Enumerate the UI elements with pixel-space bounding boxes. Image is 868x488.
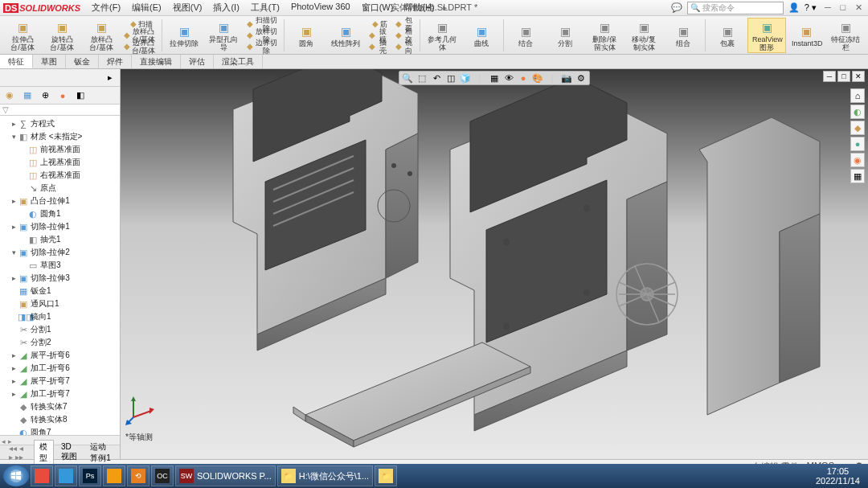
taskbar-item[interactable]: 📁H:\微信公众号\1... <box>277 465 373 486</box>
prev-view-icon[interactable]: ↶ <box>431 72 442 84</box>
ribbon-button[interactable]: ▣放样凸台/基体 <box>82 18 121 53</box>
taskbar-item[interactable] <box>103 465 125 486</box>
taskbar-item[interactable]: ⟲ <box>127 465 149 486</box>
render-icon[interactable]: 📷 <box>561 72 572 84</box>
ribbon-button-small[interactable]: ◆抽壳 <box>366 41 391 52</box>
vp-tool4-icon[interactable]: ▦ <box>850 169 865 183</box>
tree-item[interactable]: ▸▣切除-拉伸1 <box>0 220 120 233</box>
tree-item[interactable]: ◨◨镜向1 <box>0 310 120 323</box>
search-input[interactable]: 🔍搜索命令 <box>687 2 784 14</box>
tree-item[interactable]: ▦钣金1 <box>0 285 120 297</box>
balloon-icon[interactable]: 💬 <box>671 2 682 13</box>
tree-item[interactable]: ◐圆角1 <box>0 207 120 220</box>
vp-close-button[interactable]: ✕ <box>852 71 865 82</box>
appearance-icon2[interactable]: ● <box>518 72 529 84</box>
display-style-icon[interactable]: ▦ <box>489 72 500 84</box>
ribbon-button[interactable]: ▣Instant3D <box>787 18 825 53</box>
vp-face-icon[interactable]: ◐ <box>850 105 865 119</box>
prop-icon[interactable]: ⊕ <box>39 89 51 102</box>
menu-item[interactable]: 视图(V) <box>168 0 207 15</box>
view-triad[interactable] <box>125 393 158 425</box>
ribbon-button[interactable]: ▣参考几何体 <box>423 18 461 53</box>
vp-home-icon[interactable]: ⌂ <box>850 88 865 103</box>
ribbon-button[interactable]: ▣移动/复制实体 <box>624 18 663 53</box>
start-button[interactable] <box>3 465 29 486</box>
ribbon-button[interactable]: ▣圆角 <box>287 18 326 53</box>
ribbon-tab[interactable]: 直接编辑 <box>132 55 181 68</box>
tree-item[interactable]: ▸◢加工-折弯7 <box>0 388 120 400</box>
help-icon[interactable]: ? ▾ <box>805 2 817 13</box>
ribbon-tab[interactable]: 渲染工具 <box>214 55 263 68</box>
taskbar-item[interactable] <box>31 465 53 486</box>
orient-icon[interactable]: 🧊 <box>460 72 471 84</box>
tree-item[interactable]: ▸◢加工-折弯6 <box>0 362 120 375</box>
config-icon[interactable]: ▦ <box>21 89 34 102</box>
tree-item[interactable]: ▸◢展平-折弯6 <box>0 349 120 362</box>
model-tab[interactable]: 模型 <box>34 440 54 465</box>
ribbon-button[interactable]: ▣分割 <box>546 18 584 53</box>
menu-item[interactable]: 编辑(E) <box>127 0 166 15</box>
model-tab[interactable]: 3D 视图 <box>55 441 83 464</box>
ribbon-tab[interactable]: 草图 <box>33 55 66 68</box>
vp-tool1-icon[interactable]: ◆ <box>850 121 865 135</box>
display-icon[interactable]: ◧ <box>74 89 87 102</box>
panel-pin-icon[interactable]: ▸ <box>104 72 117 84</box>
ribbon-button[interactable]: ▣删除/保留实体 <box>585 18 624 53</box>
tree-item[interactable]: ◫前视基准面 <box>0 143 120 156</box>
tree-item[interactable]: ✂分割2 <box>0 336 120 349</box>
ribbon-button[interactable]: ▣线性阵列 <box>326 18 365 53</box>
ribbon-button-small[interactable]: ◆镜向 <box>392 41 418 52</box>
tree-item[interactable]: ◆转换实体7 <box>0 400 120 413</box>
tree-item[interactable]: ▾◧材质 <未指定> <box>0 130 120 143</box>
model-tab[interactable]: 运动算例1 <box>84 440 117 465</box>
ribbon-button[interactable]: ▣包裹 <box>708 18 747 53</box>
maximize-button[interactable]: □ <box>837 2 850 12</box>
user-icon[interactable]: 👤 <box>788 2 800 13</box>
menu-item[interactable]: 文件(F) <box>87 0 125 15</box>
ribbon-tab[interactable]: 钣金 <box>66 55 99 68</box>
filter-icon[interactable]: ▽ <box>2 105 9 114</box>
vp-maximize-button[interactable]: □ <box>837 71 850 82</box>
ribbon-button-small[interactable]: ◆边界凸台/基体 <box>121 41 159 52</box>
ribbon-button[interactable]: ▣拉伸凸台/基体 <box>3 18 42 53</box>
ribbon-button[interactable]: ▣拉伸切除 <box>165 18 203 53</box>
ribbon-tab[interactable]: 评估 <box>181 55 214 68</box>
tree-item[interactable]: ▣通风口1 <box>0 297 120 310</box>
minimize-button[interactable]: ─ <box>821 2 834 12</box>
tree-item[interactable]: ▸▣凸台-拉伸1 <box>0 195 120 207</box>
tree-item[interactable]: ◆转换实体8 <box>0 413 120 426</box>
tree-item[interactable]: ✂分割1 <box>0 323 120 336</box>
tree-item[interactable]: ▭草图3 <box>0 259 120 272</box>
feature-tree[interactable]: ▸∑方程式▾◧材质 <未指定>◫前视基准面◫上视基准面◫右视基准面↘原点▸▣凸台… <box>0 116 120 435</box>
tree-item[interactable]: ↘原点 <box>0 182 120 195</box>
vp-tool2-icon[interactable]: ● <box>850 137 865 151</box>
ribbon-button[interactable]: ▣异型孔向导 <box>204 18 243 53</box>
zoom-area-icon[interactable]: ⬚ <box>416 72 428 84</box>
taskbar-item[interactable]: Ps <box>79 465 101 486</box>
vp-tool3-icon[interactable]: ◉ <box>850 153 865 167</box>
tree-item[interactable]: ◧抽壳1 <box>0 233 120 246</box>
ribbon-button[interactable]: ▣RealView 图形 <box>747 18 786 53</box>
tree-item[interactable]: ◫右视基准面 <box>0 169 120 182</box>
tree-item[interactable]: ▾▣切除-拉伸2 <box>0 246 120 259</box>
menu-item[interactable]: 工具(T) <box>246 0 285 15</box>
scene-icon[interactable]: 🎨 <box>532 72 543 84</box>
tree-item[interactable]: ▸◢展平-折弯7 <box>0 375 120 388</box>
taskbar-item[interactable] <box>55 465 77 486</box>
hide-show-icon[interactable]: 👁 <box>503 72 514 84</box>
close-button[interactable]: ✕ <box>852 2 865 13</box>
tree-item[interactable]: ◐圆角7 <box>0 426 120 435</box>
ribbon-button[interactable]: ▣特征冻结栏 <box>826 18 865 53</box>
taskbar-item[interactable]: SWSOLIDWORKS P... <box>175 465 276 486</box>
ribbon-button[interactable]: ▣结合 <box>506 18 545 53</box>
ribbon-button[interactable]: ▣组合 <box>664 18 702 53</box>
settings-icon[interactable]: ⚙ <box>575 72 587 84</box>
taskbar-item[interactable]: 📁 <box>375 465 397 486</box>
ribbon-button[interactable]: ▣旋转凸台/基体 <box>43 18 81 53</box>
tree-item[interactable]: ▸▣切除-拉伸3 <box>0 272 120 285</box>
menu-item[interactable]: PhotoView 360 <box>286 0 355 15</box>
menu-item[interactable]: 插入(I) <box>208 0 244 15</box>
ribbon-tab[interactable]: 焊件 <box>99 55 132 68</box>
ribbon-tab[interactable]: 特征 <box>0 55 33 68</box>
ribbon-button[interactable]: ▣曲线 <box>462 18 501 53</box>
